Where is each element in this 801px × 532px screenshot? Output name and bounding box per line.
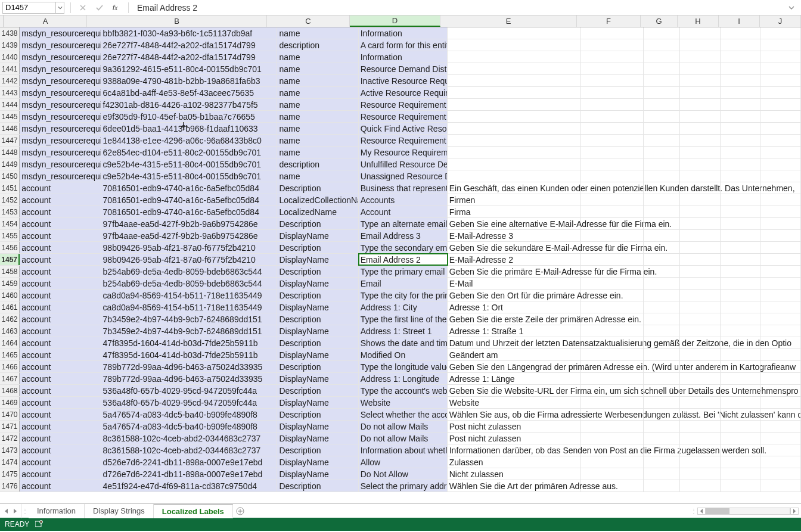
cell-F[interactable] <box>581 147 644 158</box>
cell-F[interactable] <box>581 170 644 182</box>
hscroll-right-button[interactable] <box>790 508 799 515</box>
cell-A[interactable]: account <box>20 444 101 456</box>
cell-G[interactable] <box>644 278 680 289</box>
cell-E[interactable] <box>448 51 581 63</box>
cell-A[interactable]: msdyn_resourcerequir <box>20 158 101 170</box>
cell-J[interactable] <box>760 421 801 432</box>
cell-I[interactable] <box>721 63 761 74</box>
cell-E[interactable] <box>448 75 581 86</box>
row-header[interactable]: 1450 <box>0 170 20 182</box>
row-header[interactable]: 1445 <box>0 111 20 122</box>
column-header-F[interactable]: F <box>577 15 641 27</box>
cell-I[interactable] <box>721 194 761 206</box>
cell-G[interactable] <box>644 147 680 158</box>
cell-C[interactable]: DisplayName <box>277 349 358 360</box>
cell-J[interactable] <box>760 170 801 182</box>
cell-I[interactable] <box>721 385 761 396</box>
tab-scroll-dots[interactable]: ⋮ <box>21 508 29 514</box>
column-header-E[interactable]: E <box>440 15 577 27</box>
cell-H[interactable] <box>680 266 721 277</box>
cell-A[interactable]: msdyn_resourcerequir <box>20 39 101 51</box>
row-header[interactable]: 1446 <box>0 123 20 134</box>
cell-D[interactable]: Email Address 3 <box>359 230 448 241</box>
row-header[interactable]: 1474 <box>0 456 20 468</box>
cell-A[interactable]: msdyn_resourcerequir <box>20 170 101 182</box>
cell-H[interactable] <box>680 27 721 39</box>
column-header-H[interactable]: H <box>678 15 719 27</box>
cell-H[interactable] <box>680 313 721 325</box>
insert-function-button[interactable]: fx <box>110 2 122 14</box>
cell-H[interactable] <box>680 147 721 158</box>
cell-J[interactable] <box>760 456 801 468</box>
cell-B[interactable]: 62e854ec-d104-e511-80c2-00155db9c701 <box>101 147 278 158</box>
cell-D[interactable]: Type the primary email a <box>359 266 448 277</box>
cell-C[interactable]: Description <box>277 444 358 456</box>
cell-I[interactable] <box>721 468 761 480</box>
cell-F[interactable] <box>581 182 644 194</box>
column-header-G[interactable]: G <box>641 15 678 27</box>
row-header[interactable]: 1440 <box>0 51 20 63</box>
row-header[interactable]: 1448 <box>0 147 20 158</box>
cell-G[interactable] <box>644 135 680 146</box>
cell-C[interactable]: DisplayName <box>277 373 358 384</box>
cell-H[interactable] <box>680 194 721 206</box>
cell-C[interactable]: name <box>277 111 358 122</box>
column-header-C[interactable]: C <box>267 15 350 27</box>
cell-C[interactable]: LocalizedCollectionNa <box>277 194 358 206</box>
cell-J[interactable] <box>760 182 801 194</box>
cell-D[interactable]: Email <box>359 278 448 289</box>
cell-A[interactable]: account <box>20 480 101 491</box>
cell-J[interactable] <box>760 361 801 372</box>
cell-G[interactable] <box>644 409 680 420</box>
cell-J[interactable] <box>760 75 801 86</box>
row-header[interactable]: 1443 <box>0 87 20 98</box>
cell-C[interactable]: DisplayName <box>277 254 358 265</box>
cell-F[interactable] <box>581 361 644 372</box>
cell-D[interactable]: Quick Find Active Resour <box>359 123 448 134</box>
cell-F[interactable] <box>581 313 644 325</box>
cell-H[interactable] <box>680 99 721 110</box>
cell-B[interactable]: 6dee01d5-baa1-4413-b968-f1daaf110633 <box>101 123 278 134</box>
cell-C[interactable]: name <box>277 51 358 63</box>
cell-F[interactable] <box>581 433 644 444</box>
select-all-corner[interactable] <box>0 15 4 27</box>
cell-E[interactable]: Post nicht zulassen <box>448 421 581 432</box>
cell-G[interactable] <box>644 337 680 349</box>
cell-C[interactable]: Description <box>277 218 358 229</box>
cell-I[interactable] <box>721 313 761 325</box>
column-header-D[interactable]: D <box>350 15 440 27</box>
cell-D[interactable]: Address 1: City <box>359 301 448 313</box>
cell-C[interactable]: DisplayName <box>277 456 358 468</box>
cell-H[interactable] <box>680 182 721 194</box>
column-header-J[interactable]: J <box>760 15 801 27</box>
cell-I[interactable] <box>721 123 761 134</box>
row-header[interactable]: 1473 <box>0 444 20 456</box>
row-header[interactable]: 1451 <box>0 182 20 194</box>
cell-H[interactable] <box>680 421 721 432</box>
row-header[interactable]: 1457 <box>0 254 20 265</box>
cell-B[interactable]: 7b3459e2-4b97-44b9-9cb7-6248689dd151 <box>101 313 278 325</box>
cell-B[interactable]: b254ab69-de5a-4edb-8059-bdeb6863c544 <box>101 278 278 289</box>
cell-H[interactable] <box>680 480 721 491</box>
cell-F[interactable] <box>581 325 644 337</box>
cell-A[interactable]: account <box>20 337 101 349</box>
cell-B[interactable]: c9e52b4e-4315-e511-80c4-00155db9c701 <box>101 158 278 170</box>
cell-E[interactable]: Website <box>448 397 581 408</box>
cell-A[interactable]: account <box>20 373 101 384</box>
cell-B[interactable]: 70816501-edb9-4740-a16c-6a5efbc05d84 <box>101 182 278 194</box>
cell-F[interactable] <box>581 242 644 253</box>
cell-H[interactable] <box>680 218 721 229</box>
cell-A[interactable]: account <box>20 313 101 325</box>
cell-D[interactable]: Unassigned Resource De <box>359 170 448 182</box>
hscroll-left-button[interactable] <box>697 508 706 515</box>
cell-A[interactable]: account <box>20 468 101 480</box>
cell-B[interactable]: 6c4a81bd-a4ff-4e53-8e5f-43aceec75635 <box>101 87 278 98</box>
cell-H[interactable] <box>680 301 721 313</box>
cell-G[interactable] <box>644 218 680 229</box>
cell-A[interactable]: account <box>20 266 101 277</box>
cell-E[interactable] <box>448 135 581 146</box>
name-box[interactable] <box>2 2 56 14</box>
hscroll-thumb[interactable] <box>706 508 729 514</box>
cell-D[interactable]: Type the account's webs <box>359 385 448 396</box>
cell-J[interactable] <box>760 325 801 337</box>
